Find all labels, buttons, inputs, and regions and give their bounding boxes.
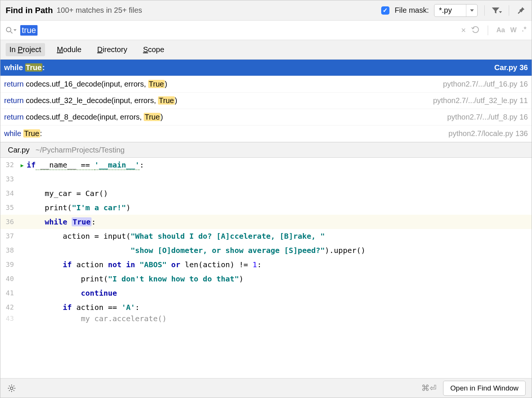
gear-icon[interactable] (6, 383, 17, 394)
file-mask-label: File mask: (393, 6, 430, 15)
preview-file-name: Car.py (8, 146, 30, 154)
search-row: true × Aa W .* (0, 21, 532, 40)
svg-line-9 (9, 390, 10, 391)
preview-file-path: ~/PycharmProjects/Testing (36, 146, 125, 154)
svg-line-1 (11, 31, 12, 33)
line-number: 32 (0, 158, 18, 172)
code-preview[interactable]: 32 ▶ if __name__ == '__main__': 33 34 my… (0, 158, 532, 378)
dialog-footer: ⌘⏎ Open in Find Window (0, 378, 532, 398)
svg-point-2 (11, 387, 13, 389)
scope-tabs: In Project Module Directory Scope (0, 40, 532, 60)
divider (488, 25, 488, 35)
filter-icon[interactable] (491, 5, 502, 16)
tab-in-project[interactable]: In Project (6, 43, 45, 56)
dialog-title: Find in Path (6, 6, 53, 15)
run-gutter-icon[interactable]: ▶ (21, 162, 24, 168)
result-row[interactable]: return codecs.utf_16_decode(input, error… (0, 76, 532, 93)
file-mask-checkbox[interactable]: ✓ (381, 6, 389, 15)
match-case-icon[interactable]: Aa (496, 26, 505, 34)
file-mask-combo[interactable] (434, 4, 478, 17)
file-mask-dropdown[interactable] (466, 4, 477, 16)
file-mask-field[interactable] (434, 6, 466, 15)
divider (509, 5, 509, 16)
keyboard-shortcut-hint: ⌘⏎ (421, 383, 436, 393)
result-row[interactable]: return codecs.utf_8_decode(input, errors… (0, 109, 532, 126)
open-in-find-window-button[interactable]: Open in Find Window (443, 381, 526, 396)
chevron-down-icon (470, 9, 474, 12)
result-row[interactable]: return codecs.utf_32_le_decode(input, er… (0, 93, 532, 109)
match-count: 100+ matches in 25+ files (57, 6, 142, 15)
regex-icon[interactable]: .* (522, 25, 526, 33)
search-input[interactable]: true (20, 25, 461, 36)
tab-directory[interactable]: Directory (93, 43, 131, 56)
divider (484, 5, 485, 16)
tab-scope[interactable]: Scope (139, 43, 168, 56)
clear-icon[interactable]: × (461, 25, 466, 35)
results-list: while True: Car.py36 return codecs.utf_1… (0, 60, 532, 142)
svg-line-10 (14, 386, 14, 386)
result-row[interactable]: while True: python2.7/locale.py136 (0, 126, 532, 142)
tab-module[interactable]: Module (53, 43, 86, 56)
dialog-header: Find in Path 100+ matches in 25+ files ✓… (0, 0, 532, 21)
words-icon[interactable]: W (510, 26, 517, 34)
svg-line-7 (9, 386, 10, 386)
search-icon[interactable] (6, 27, 17, 34)
pin-icon[interactable] (516, 5, 526, 16)
check-icon: ✓ (383, 7, 388, 14)
svg-point-0 (6, 27, 11, 32)
result-row[interactable]: while True: Car.py36 (0, 60, 532, 76)
history-icon[interactable] (471, 26, 479, 34)
search-text-selected: true (20, 25, 38, 36)
preview-header: Car.py ~/PycharmProjects/Testing (0, 142, 532, 158)
svg-line-8 (14, 390, 14, 391)
